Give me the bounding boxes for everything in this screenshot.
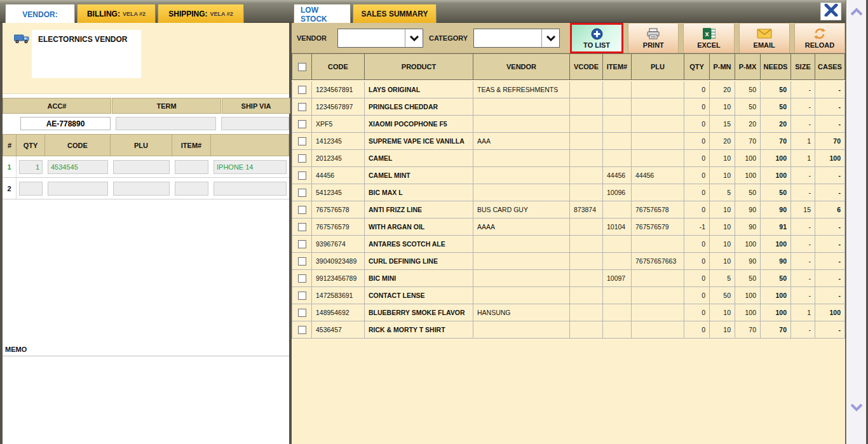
row-checkbox-cell bbox=[292, 133, 312, 150]
cell-plu bbox=[632, 81, 684, 98]
item-input[interactable] bbox=[175, 182, 208, 196]
cell-code: 5412345 bbox=[312, 184, 365, 201]
account-header-row: ACC# TERM SHIP VIA bbox=[3, 98, 289, 114]
cell-size: - bbox=[791, 321, 815, 339]
cell-pmn: 5 bbox=[710, 184, 735, 201]
cell-qty: 0 bbox=[684, 321, 710, 339]
reload-label: RELOAD bbox=[805, 41, 834, 49]
chevron-down-icon[interactable] bbox=[405, 29, 423, 47]
cell-qty: 0 bbox=[684, 287, 710, 304]
reload-button[interactable]: RELOAD bbox=[794, 23, 845, 53]
chevron-down-icon[interactable] bbox=[849, 400, 864, 414]
table-row: 4536457RICK & MORTY T SHIRT0107070-- bbox=[292, 321, 845, 339]
desc-input[interactable] bbox=[214, 182, 287, 196]
cell-cases: - bbox=[815, 167, 845, 184]
row-checkbox[interactable] bbox=[298, 103, 306, 111]
plu-input[interactable] bbox=[113, 160, 170, 174]
row-checkbox[interactable] bbox=[298, 172, 306, 180]
cell-product: PRINGLES CHEDDAR bbox=[365, 98, 473, 116]
printer-icon bbox=[646, 27, 660, 40]
row-checkbox[interactable] bbox=[298, 240, 306, 248]
cell-plu bbox=[632, 98, 684, 116]
vendor-dropdown[interactable] bbox=[337, 29, 423, 48]
email-button[interactable]: EMAIL bbox=[739, 23, 790, 53]
cell-pmn: 10 bbox=[710, 167, 735, 184]
term-field[interactable] bbox=[116, 117, 216, 130]
row-checkbox[interactable] bbox=[298, 206, 306, 214]
row-checkbox-cell bbox=[292, 270, 312, 287]
column-header-item: ITEM# bbox=[603, 53, 632, 80]
code-input[interactable] bbox=[48, 182, 108, 196]
cell-pmn: 50 bbox=[710, 287, 735, 304]
scrollbar[interactable] bbox=[846, 0, 866, 444]
cell-size: 15 bbox=[791, 201, 815, 219]
title-bar: VENDOR: BILLING: VELA #2 SHIPPING: VELA … bbox=[0, 0, 846, 23]
email-label: EMAIL bbox=[754, 41, 775, 49]
cell-size: - bbox=[791, 236, 815, 253]
cell-product: CONTACT LENSE bbox=[365, 287, 473, 304]
cell-item: 10097 bbox=[603, 270, 632, 287]
cell-size: - bbox=[791, 116, 815, 133]
cell-plu bbox=[632, 184, 684, 201]
row-checkbox[interactable] bbox=[298, 223, 306, 231]
cell-cases: - bbox=[815, 116, 845, 133]
plu-input[interactable] bbox=[113, 182, 170, 196]
vendor-filter-label: VENDOR bbox=[297, 34, 327, 42]
print-button[interactable]: PRINT bbox=[628, 23, 679, 53]
tab-sales-summary[interactable]: SALES SUMMARY bbox=[353, 4, 437, 23]
shipvia-field[interactable] bbox=[221, 117, 289, 130]
row-checkbox[interactable] bbox=[298, 120, 306, 128]
cell-pmx: 90 bbox=[735, 253, 761, 270]
row-checkbox[interactable] bbox=[298, 154, 306, 163]
desc-input[interactable]: IPHONE 14 bbox=[214, 160, 287, 174]
to-list-button[interactable]: TO LIST bbox=[570, 23, 623, 53]
cell-plu: 44456 bbox=[632, 167, 684, 184]
tab-billing[interactable]: BILLING: VELA #2 bbox=[77, 4, 156, 23]
close-button[interactable] bbox=[820, 3, 841, 20]
row-checkbox[interactable] bbox=[298, 137, 306, 145]
cell-vcode bbox=[570, 184, 603, 201]
row-checkbox[interactable] bbox=[298, 309, 306, 317]
tab-low-stock[interactable]: LOW STOCK bbox=[294, 4, 351, 24]
select-all-checkbox[interactable] bbox=[298, 63, 306, 71]
row-checkbox[interactable] bbox=[298, 257, 306, 266]
col-desc bbox=[211, 134, 289, 156]
cell-vcode bbox=[570, 236, 603, 253]
app-window: VENDOR: BILLING: VELA #2 SHIPPING: VELA … bbox=[0, 0, 868, 444]
column-header-product: PRODUCT bbox=[365, 53, 473, 80]
chevron-down-icon[interactable] bbox=[541, 29, 559, 47]
action-buttons: TO LIST PRINT bbox=[570, 23, 845, 53]
qty-input[interactable]: 1 bbox=[19, 160, 43, 174]
cell-qty: 0 bbox=[684, 270, 710, 287]
code-input[interactable]: 4534545 bbox=[48, 160, 108, 174]
row-checkbox[interactable] bbox=[298, 86, 306, 94]
row-checkbox[interactable] bbox=[298, 274, 306, 283]
memo-input[interactable] bbox=[3, 356, 289, 444]
row-checkbox[interactable] bbox=[298, 326, 306, 334]
cell-plu: 767576579 bbox=[632, 219, 684, 236]
cell-item bbox=[603, 321, 632, 339]
category-dropdown[interactable] bbox=[473, 29, 560, 48]
cell-vendor bbox=[473, 167, 570, 184]
tab-shipping[interactable]: SHIPPING: VELA #2 bbox=[158, 4, 244, 23]
tab-vendor[interactable]: VENDOR: bbox=[5, 4, 75, 24]
truck-icon bbox=[14, 33, 31, 47]
qty-input[interactable] bbox=[19, 182, 43, 196]
cell-qty: 0 bbox=[684, 201, 710, 219]
cell-code: 2012345 bbox=[312, 150, 365, 167]
cell-cases: - bbox=[815, 81, 845, 98]
row-checkbox[interactable] bbox=[298, 189, 306, 197]
cell-cases: - bbox=[815, 219, 845, 236]
acc-number-field[interactable]: AE-778890 bbox=[20, 117, 111, 130]
memo-label: MEMO bbox=[5, 346, 27, 353]
col-plu: PLU bbox=[111, 134, 172, 156]
item-input[interactable] bbox=[175, 160, 208, 174]
row-checkbox[interactable] bbox=[298, 292, 306, 300]
cell-item bbox=[603, 253, 632, 270]
excel-button[interactable]: x EXCEL bbox=[683, 23, 734, 53]
cell-needs: 90 bbox=[761, 253, 791, 270]
table-row: 1412345SUPREME VAPE ICE VANILLAAAA020707… bbox=[292, 133, 845, 150]
column-header-vendor: VENDOR bbox=[473, 53, 570, 80]
chevron-up-icon[interactable] bbox=[849, 5, 864, 19]
cell-vcode bbox=[570, 270, 603, 287]
